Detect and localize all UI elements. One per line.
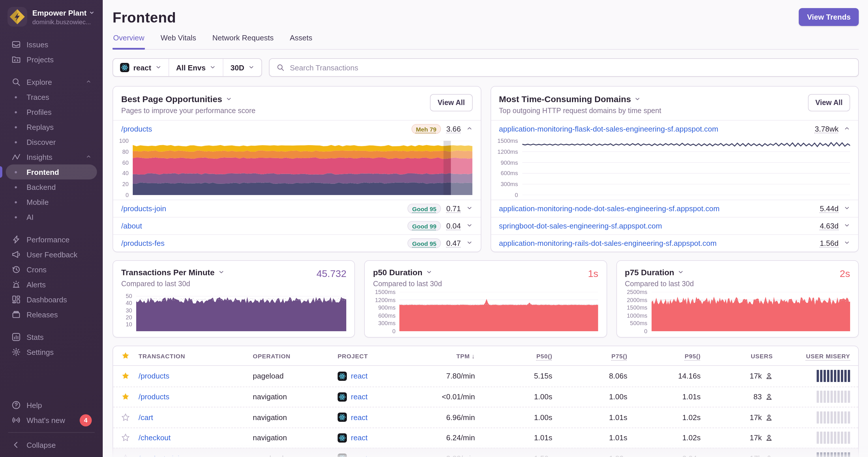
area-plot[interactable] [136, 292, 347, 331]
column-header-p50[interactable]: P50() [475, 352, 552, 359]
date-range-filter[interactable]: 30D [224, 59, 262, 76]
page-link[interactable]: /products [121, 125, 152, 133]
transaction-link[interactable]: /cart [138, 413, 153, 422]
sidebar-item-frontend[interactable]: •Frontend [6, 164, 97, 179]
sidebar-item-backend[interactable]: •Backend [6, 179, 97, 194]
favorite-toggle[interactable] [121, 413, 138, 422]
sidebar-item-discover[interactable]: •Discover [6, 134, 97, 150]
column-header-users[interactable]: USERS [701, 352, 773, 359]
page-link[interactable]: /products-fes [121, 239, 164, 248]
area-plot[interactable] [400, 292, 598, 331]
page-opportunity-row[interactable]: /productsMeh 793.66 [113, 120, 480, 137]
column-header-tpm[interactable]: TPM↓ [424, 352, 475, 359]
transaction-link[interactable]: /checkout [138, 434, 170, 442]
tab-assets[interactable]: Assets [289, 33, 313, 50]
favorite-toggle[interactable] [121, 434, 138, 442]
sidebar-item-what-s-new[interactable]: What's new4 [6, 413, 97, 428]
sidebar-item-crons[interactable]: Crons [6, 262, 97, 277]
environment-filter[interactable]: All Envs [169, 59, 224, 76]
domain-link[interactable]: application-monitoring-node-dot-sales-en… [499, 204, 720, 213]
search-input[interactable] [290, 63, 851, 72]
panel-title[interactable]: Most Time-Consuming Domains [499, 94, 661, 104]
project-link[interactable]: react [351, 372, 368, 381]
chevron-down-icon[interactable] [466, 222, 472, 230]
tab-overview[interactable]: Overview [113, 33, 145, 50]
column-header-operation[interactable]: OPERATION [253, 352, 338, 359]
chevron-up-icon[interactable] [844, 125, 850, 133]
project-link[interactable]: react [351, 393, 368, 401]
transaction-link[interactable]: /products-join [138, 454, 184, 457]
sidebar-item-help[interactable]: Help [6, 398, 97, 413]
sidebar-item-dashboards[interactable]: Dashboards [6, 292, 97, 307]
sidebar-item-stats[interactable]: Stats [6, 329, 97, 345]
chevron-down-icon[interactable] [844, 222, 850, 230]
panel-title[interactable]: Best Page Opportunities [121, 94, 256, 104]
table-row[interactable]: /checkoutnavigationreact6.24/min1.01s1.0… [113, 427, 858, 448]
tab-web-vitals[interactable]: Web Vitals [160, 33, 196, 50]
sidebar-item-performance[interactable]: Performance [6, 232, 97, 247]
domain-row[interactable]: springboot-dot-sales-engineering-sf.apps… [491, 217, 858, 234]
column-header-project[interactable]: PROJECT [338, 352, 424, 359]
project-link[interactable]: react [351, 454, 368, 457]
sidebar-item-traces[interactable]: •Traces [6, 90, 97, 104]
page-opportunity-row[interactable]: /products-fesGood 950.47 [113, 234, 480, 252]
project-filter[interactable]: react [113, 59, 169, 76]
project-link[interactable]: react [351, 413, 368, 422]
chevron-down-icon[interactable] [466, 204, 472, 213]
sidebar-item-alerts[interactable]: Alerts [6, 277, 97, 292]
domain-link[interactable]: springboot-dot-sales-engineering-sf.apps… [499, 222, 662, 230]
table-row[interactable]: /cartnavigationreact6.96/min1.00s1.01s1.… [113, 407, 858, 427]
tab-network-requests[interactable]: Network Requests [212, 33, 274, 50]
domain-row[interactable]: application-monitoring-rails-dot-sales-e… [491, 234, 858, 252]
domain-link[interactable]: application-monitoring-flask-dot-sales-e… [499, 125, 718, 133]
column-header-p75[interactable]: P75() [552, 352, 627, 359]
page-opportunity-row[interactable]: /products-joinGood 950.71 [113, 200, 480, 217]
tpm-card-title[interactable]: Transactions Per Minute [121, 268, 347, 277]
sidebar-item-user-feedback[interactable]: User Feedback [6, 247, 97, 262]
table-row[interactable]: /productsnavigationreact<0.01/min1.00s1.… [113, 386, 858, 407]
sidebar-item-insights[interactable]: Insights [6, 150, 97, 164]
favorite-toggle[interactable] [121, 393, 138, 401]
sidebar-item-explore[interactable]: Explore [6, 74, 97, 90]
sidebar-item-mobile[interactable]: •Mobile [6, 194, 97, 209]
transaction-link[interactable]: /products [138, 393, 169, 401]
area-plot[interactable] [651, 292, 850, 331]
column-header-p95[interactable]: P95() [627, 352, 701, 359]
sidebar-item-replays[interactable]: •Replays [6, 120, 97, 134]
project-link[interactable]: react [351, 434, 368, 442]
sidebar-item-profiles[interactable]: •Profiles [6, 104, 97, 120]
page-link[interactable]: /about [121, 222, 142, 230]
domain-row[interactable]: application-monitoring-flask-dot-sales-e… [491, 120, 858, 137]
view-trends-button[interactable]: View Trends [799, 8, 859, 26]
favorite-toggle[interactable] [121, 372, 138, 381]
p75-card-title[interactable]: p75 Duration [625, 268, 850, 277]
chevron-down-icon[interactable] [844, 204, 850, 213]
stacked-area-plot[interactable] [133, 141, 472, 195]
chevron-up-icon[interactable] [466, 125, 472, 133]
p50-card-title[interactable]: p50 Duration [373, 268, 598, 277]
sidebar-item-releases[interactable]: Releases [6, 307, 97, 322]
view-all-button[interactable]: View All [430, 94, 473, 111]
sidebar-item-settings[interactable]: Settings [6, 345, 97, 359]
column-header-transaction[interactable]: TRANSACTION [138, 352, 253, 359]
page-opportunity-row[interactable]: /aboutGood 990.04 [113, 217, 480, 234]
table-row[interactable]: /products-joinpageloadreact3.88/min1.50s… [113, 448, 858, 457]
domain-row[interactable]: application-monitoring-node-dot-sales-en… [491, 200, 858, 217]
view-all-button[interactable]: View All [808, 94, 850, 111]
line-plot[interactable] [522, 141, 850, 195]
column-header-user-misery[interactable]: USER MISERY [773, 352, 850, 359]
sidebar-item-collapse[interactable]: Collapse [6, 437, 97, 452]
sidebar-item-projects[interactable]: Projects [6, 52, 97, 67]
chevron-down-icon[interactable] [844, 239, 850, 248]
favorite-toggle[interactable] [121, 454, 138, 457]
sidebar-item-ai[interactable]: •AI [6, 209, 97, 225]
table-row[interactable]: /productspageloadreact7.80/min5.15s8.06s… [113, 366, 858, 386]
sidebar-item-issues[interactable]: Issues [6, 37, 97, 52]
domain-link[interactable]: application-monitoring-rails-dot-sales-e… [499, 239, 716, 248]
column-header-favorite[interactable] [121, 351, 138, 360]
tpm-cell: <0.01/min [424, 393, 475, 401]
chevron-down-icon[interactable] [466, 239, 472, 248]
org-switcher[interactable]: Empower Plant dominik.buszowiec... [0, 0, 103, 33]
page-link[interactable]: /products-join [121, 204, 166, 213]
transaction-link[interactable]: /products [138, 372, 169, 381]
